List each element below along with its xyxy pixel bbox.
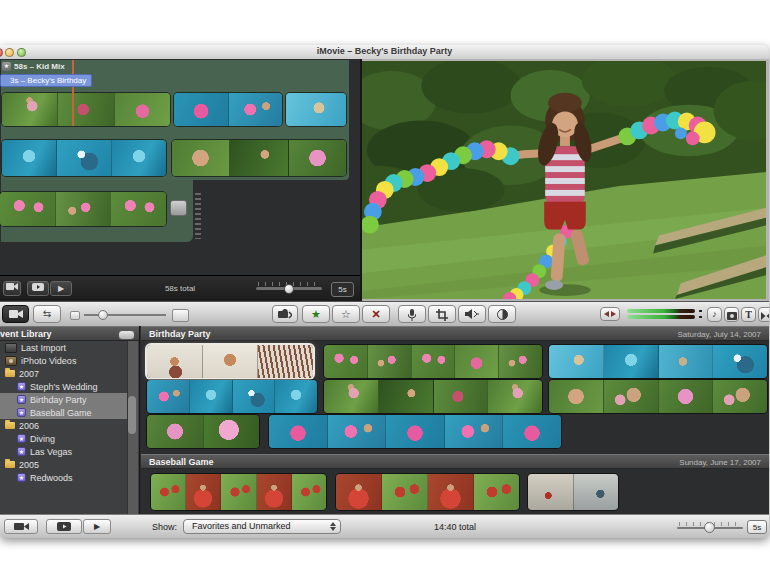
- folder-icon: [5, 422, 15, 429]
- thumb-size-slider[interactable]: [84, 314, 166, 316]
- mark-favorite-button[interactable]: ★: [302, 305, 330, 323]
- video-clip[interactable]: [269, 415, 561, 448]
- audio-adjust-button[interactable]: [458, 305, 486, 323]
- clip-frame-bunny: [147, 415, 204, 448]
- browser-zoom-thumb[interactable]: [704, 522, 715, 533]
- video-clip[interactable]: [147, 380, 317, 413]
- top-region: ★ 58s – Kid Mix 3s – Becky's Birthday ▶ …: [0, 59, 769, 301]
- library-item-steph-s-wedding[interactable]: ★Steph's Wedding: [0, 380, 127, 393]
- camera-import-button[interactable]: [2, 305, 29, 323]
- last-import-icon: [5, 343, 17, 353]
- video-clip[interactable]: [2, 93, 170, 126]
- project-name: 58s – Kid Mix: [14, 62, 65, 71]
- library-collapse-button[interactable]: [118, 330, 135, 340]
- clip-frame-pool-dog2: [659, 345, 714, 378]
- project-header: ★ 58s – Kid Mix: [2, 62, 65, 71]
- thumb-size-thumb[interactable]: [98, 310, 108, 320]
- library-item-last-import[interactable]: Last Import: [0, 341, 127, 354]
- video-clip[interactable]: [336, 474, 519, 510]
- library-scroll-thumb[interactable]: [128, 396, 136, 434]
- audio-meter-left: [627, 309, 695, 313]
- video-clip[interactable]: [147, 415, 259, 448]
- video-clip[interactable]: [174, 93, 282, 126]
- event-section-date: Sunday, June 17, 2007: [679, 458, 761, 467]
- adjustments-button[interactable]: [488, 305, 516, 323]
- video-clip[interactable]: [151, 474, 326, 510]
- library-item-las-vegas[interactable]: ★Las Vegas: [0, 445, 127, 458]
- play-fullscreen-event-button[interactable]: [46, 519, 82, 534]
- play-fullscreen-button[interactable]: [27, 281, 49, 296]
- event-star-icon: ★: [17, 434, 26, 443]
- transitions-browser-button[interactable]: [758, 307, 769, 322]
- video-clip[interactable]: [172, 140, 346, 176]
- add-to-project-icon-button[interactable]: [3, 281, 21, 296]
- filter-dropdown-value: Favorites and Unmarked: [192, 521, 291, 531]
- audio-meter-right: [627, 315, 695, 319]
- clip-frame-lawn-girl2: [58, 93, 114, 126]
- photos-browser-button[interactable]: [724, 307, 739, 322]
- selected-clip-label[interactable]: 3s – Becky's Birthday: [0, 74, 92, 87]
- clip-row: [0, 140, 360, 176]
- voiceover-button[interactable]: [398, 305, 426, 323]
- library-item-2007[interactable]: 2007: [0, 367, 127, 380]
- event-section-header-birthday-party[interactable]: Birthday PartySaturday, July 14, 2007: [141, 326, 769, 341]
- event-total-duration: 14:40 total: [390, 522, 520, 532]
- project-zoom-thumb[interactable]: [284, 284, 294, 294]
- imovie-window: iMovie – Becky's Birthday Party ★ 58s – …: [0, 45, 769, 538]
- video-clip[interactable]: [286, 93, 346, 126]
- clip-frame-pool-blue2: [233, 380, 276, 413]
- browser-clip-length[interactable]: 5s: [747, 520, 767, 534]
- library-scrollbar[interactable]: [127, 341, 138, 514]
- library-item-2006[interactable]: 2006: [0, 419, 127, 432]
- library-item-redwoods[interactable]: ★Redwoods: [0, 471, 127, 484]
- clip-frame-baseball2: [428, 474, 474, 510]
- video-clip[interactable]: [0, 192, 166, 226]
- playhead[interactable]: [72, 60, 74, 126]
- title-bar[interactable]: iMovie – Becky's Birthday Party: [0, 45, 769, 60]
- clip-frame-pool-pink2: [229, 93, 283, 126]
- play-event-button[interactable]: ▶: [83, 519, 111, 534]
- library-item-iphoto-videos[interactable]: iPhoto Videos: [0, 354, 127, 367]
- clip-frame-bunny2: [204, 415, 260, 448]
- viewer: [360, 59, 769, 301]
- show-filter-label: Show:: [152, 522, 177, 532]
- open-camera-import-button[interactable]: [4, 519, 38, 534]
- music-browser-button[interactable]: ♪: [707, 307, 722, 322]
- folder-icon: [5, 370, 15, 377]
- library-item-diving[interactable]: ★Diving: [0, 432, 127, 445]
- clip-badge-icon[interactable]: [170, 200, 187, 216]
- event-section-header-baseball-game[interactable]: Baseball GameSunday, June 17, 2007: [141, 454, 769, 469]
- clip-frame-balloon: [324, 345, 368, 378]
- clip-frame-bunny: [659, 380, 714, 413]
- library-item-baseball-game[interactable]: ★Baseball Game: [0, 406, 127, 419]
- video-clip[interactable]: [147, 345, 313, 378]
- folder-icon: [5, 461, 15, 468]
- play-project-button[interactable]: ▶: [50, 281, 72, 296]
- swap-panes-button[interactable]: ⇆: [33, 305, 61, 323]
- video-clip[interactable]: [324, 380, 542, 413]
- event-star-icon: ★: [17, 408, 26, 417]
- clip-frame-baseball: [474, 474, 519, 510]
- clip-frame-baseball2: [186, 474, 221, 510]
- add-selection-button[interactable]: [272, 305, 298, 323]
- reject-button[interactable]: ✕: [362, 305, 390, 323]
- video-clip[interactable]: [549, 380, 767, 413]
- video-clip[interactable]: [528, 474, 618, 510]
- titles-browser-button[interactable]: T: [741, 307, 756, 322]
- video-clip[interactable]: [2, 140, 166, 176]
- video-clip[interactable]: [549, 345, 767, 378]
- library-item-2005[interactable]: 2005: [0, 458, 127, 471]
- project-clip-length[interactable]: 5s: [331, 282, 354, 297]
- library-item-birthday-party[interactable]: ★Birthday Party: [0, 393, 127, 406]
- unmark-button[interactable]: ☆: [332, 305, 360, 323]
- clip-frame-baseball: [292, 474, 326, 510]
- video-clip[interactable]: [324, 345, 542, 378]
- filter-dropdown[interactable]: Favorites and Unmarked: [183, 519, 341, 534]
- crop-button[interactable]: [428, 305, 456, 323]
- clip-frame-pool-pink: [386, 415, 445, 448]
- library-item-label: 2005: [19, 460, 39, 470]
- event-library-list: Last ImportiPhoto Videos2007★Steph's Wed…: [0, 341, 127, 514]
- clip-frame-balloon2: [56, 192, 112, 226]
- audio-skim-toggle[interactable]: [600, 307, 620, 321]
- clip-frame-lawn-girl: [488, 380, 542, 413]
